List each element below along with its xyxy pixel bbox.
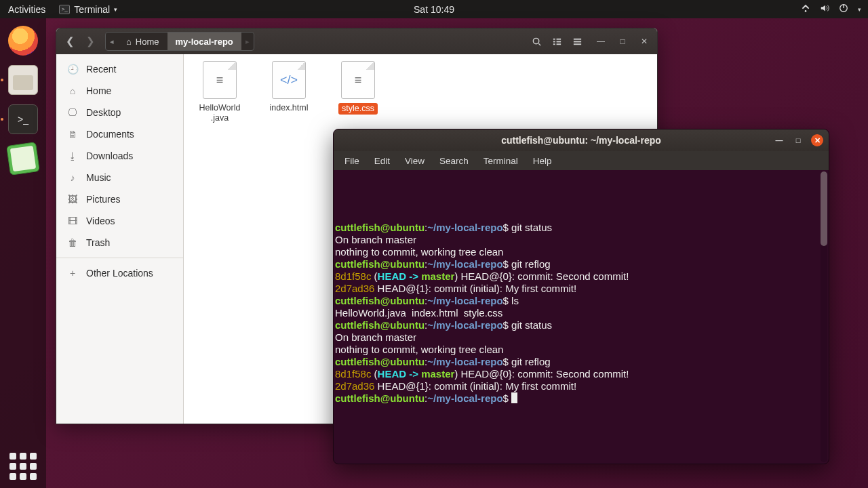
svg-rect-10: [556, 43, 561, 45]
view-list-button[interactable]: [547, 32, 566, 51]
search-button[interactable]: [527, 32, 546, 51]
clock[interactable]: Sat 10:49: [414, 4, 454, 15]
sidebar-item-label: Pictures: [86, 194, 121, 205]
sidebar-item-label: Desktop: [86, 107, 121, 118]
sidebar-item-label: Home: [86, 85, 111, 96]
activities-button[interactable]: Activities: [8, 4, 45, 15]
dock-notepad[interactable]: [6, 142, 40, 176]
menu-help[interactable]: Help: [526, 154, 559, 168]
svg-rect-9: [553, 43, 555, 45]
power-icon[interactable]: [839, 3, 848, 15]
terminal-icon: >_: [59, 5, 70, 14]
chevron-down-icon: ▾: [114, 6, 117, 13]
dock: >_: [0, 18, 46, 488]
dock-files[interactable]: [6, 63, 40, 97]
dock-firefox[interactable]: [6, 24, 40, 58]
close-button[interactable]: ✕: [811, 134, 823, 146]
terminal-body[interactable]: cuttlefish@ubuntu:~/my-local-repo$ git s…: [334, 170, 829, 464]
file-label: index.html: [270, 103, 309, 113]
trash-icon: 🗑: [67, 237, 78, 248]
dock-terminal[interactable]: >_: [6, 102, 40, 136]
close-button[interactable]: ✕: [635, 33, 653, 50]
terminal-titlebar[interactable]: cuttlefish@ubuntu: ~/my-local-repo — □ ✕: [334, 129, 829, 151]
system-tray[interactable]: ▾: [801, 3, 861, 15]
menu-view[interactable]: View: [398, 154, 431, 168]
svg-rect-6: [556, 38, 561, 39]
sidebar-item-desktop[interactable]: 🖵Desktop: [56, 102, 183, 123]
music-icon: ♪: [67, 172, 78, 183]
sidebar-item-label: Trash: [86, 237, 110, 248]
sidebar-item-downloads[interactable]: ⭳Downloads: [56, 145, 183, 167]
sidebar-item-recent[interactable]: 🕘Recent: [56, 58, 183, 80]
app-menu[interactable]: >_ Terminal ▾: [59, 4, 117, 15]
svg-rect-5: [553, 38, 555, 39]
sidebar-item-label: Downloads: [86, 150, 133, 161]
home-icon: ⌂: [67, 85, 78, 96]
svg-rect-11: [573, 38, 580, 39]
svg-rect-7: [553, 41, 555, 42]
menu-terminal[interactable]: Terminal: [477, 154, 525, 168]
file-item-selected[interactable]: ≡ style.css: [332, 61, 384, 115]
sidebar-item-music[interactable]: ♪Music: [56, 167, 183, 188]
sidebar-item-pictures[interactable]: 🖼Pictures: [56, 188, 183, 210]
maximize-button[interactable]: □: [792, 134, 804, 146]
app-menu-label: Terminal: [74, 4, 110, 15]
clock-icon: 🕘: [67, 64, 78, 75]
svg-point-0: [805, 10, 807, 12]
video-icon: 🎞: [67, 216, 78, 226]
scrollbar-thumb[interactable]: [821, 171, 827, 246]
home-icon: ⌂: [126, 37, 132, 47]
sidebar-item-videos[interactable]: 🎞Videos: [56, 210, 183, 232]
path-bar: ◂ ⌂ Home my-local-repo ▸: [105, 32, 254, 51]
sidebar-item-label: Videos: [86, 216, 115, 226]
file-label: style.css: [338, 103, 378, 115]
sidebar-item-label: Other Locations: [86, 268, 153, 279]
volume-icon[interactable]: [820, 3, 829, 15]
top-bar: Activities >_ Terminal ▾ Sat 10:49 ▾: [0, 0, 868, 18]
document-icon: 🗎: [67, 129, 78, 140]
sidebar-item-label: Recent: [86, 64, 116, 75]
file-item[interactable]: ≡ HelloWorld .java: [193, 61, 246, 123]
sidebar-item-label: Music: [86, 172, 111, 183]
sidebar-item-other-locations[interactable]: +Other Locations: [56, 262, 183, 284]
minimize-button[interactable]: —: [592, 33, 610, 50]
terminal-icon: >_: [8, 104, 38, 134]
nav-back-button[interactable]: ❮: [60, 32, 79, 51]
plus-icon: +: [67, 268, 78, 279]
nav-forward-button[interactable]: ❯: [81, 32, 100, 51]
download-icon: ⭳: [67, 150, 78, 161]
sidebar-item-label: Documents: [86, 129, 134, 140]
path-home[interactable]: ⌂ Home: [118, 33, 167, 50]
maximize-button[interactable]: □: [614, 33, 631, 50]
svg-rect-12: [573, 41, 580, 42]
terminal-title: cuttlefish@ubuntu: ~/my-local-repo: [501, 135, 661, 146]
file-label: HelloWorld .java: [199, 103, 241, 123]
menu-edit[interactable]: Edit: [368, 154, 397, 168]
network-icon[interactable]: [801, 3, 810, 15]
sidebar-item-trash[interactable]: 🗑Trash: [56, 232, 183, 253]
path-current[interactable]: my-local-repo: [167, 33, 241, 50]
sidebar-item-documents[interactable]: 🗎Documents: [56, 123, 183, 145]
file-item[interactable]: </> index.html: [262, 61, 315, 113]
dock-apps-grid[interactable]: [9, 453, 37, 480]
divider: [56, 258, 183, 258]
path-next-icon[interactable]: ▸: [241, 33, 254, 50]
html-file-icon: </>: [272, 61, 306, 99]
hamburger-menu-button[interactable]: [568, 32, 587, 51]
svg-line-4: [538, 43, 540, 45]
menu-file[interactable]: File: [338, 154, 366, 168]
terminal-menubar: File Edit View Search Terminal Help: [334, 151, 829, 170]
notepad-icon: [6, 142, 40, 176]
menu-search[interactable]: Search: [433, 154, 475, 168]
picture-icon: 🖼: [67, 194, 78, 205]
svg-rect-13: [573, 43, 580, 45]
sidebar-item-home[interactable]: ⌂Home: [56, 80, 183, 102]
path-prev-icon[interactable]: ◂: [106, 33, 118, 50]
path-home-label: Home: [136, 37, 159, 47]
minimize-button[interactable]: —: [773, 134, 785, 146]
svg-point-3: [533, 38, 538, 43]
desktop-icon: 🖵: [67, 107, 78, 118]
terminal-window: cuttlefish@ubuntu: ~/my-local-repo — □ ✕…: [333, 129, 829, 464]
text-file-icon: ≡: [341, 61, 375, 99]
terminal-output: cuttlefish@ubuntu:~/my-local-repo$ git s…: [334, 222, 826, 405]
